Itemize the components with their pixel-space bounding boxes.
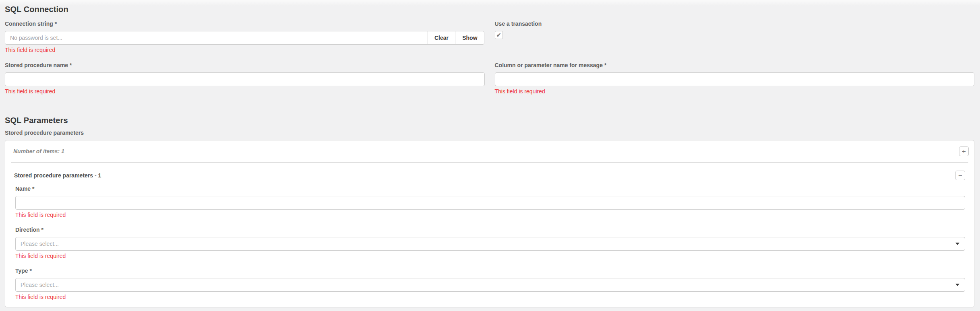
parameter-item-header: Stored procedure parameters - 1 − (9, 171, 965, 180)
parameters-collection-panel: Number of items: 1 + Stored procedure pa… (5, 140, 974, 307)
use-transaction-field: Use a transaction ✔ (495, 21, 975, 53)
parameter-name-field: Name * This field is required (15, 186, 965, 218)
parameter-type-select[interactable]: Please select... (15, 278, 965, 292)
sql-connection-row-2: Stored procedure name * This field is re… (5, 62, 974, 94)
stored-procedure-name-error: This field is required (5, 89, 485, 94)
minus-icon: − (958, 172, 962, 179)
parameter-direction-select[interactable]: Please select... (15, 237, 965, 251)
type-select-placeholder: Please select... (21, 282, 59, 288)
plus-icon: + (962, 148, 966, 155)
parameter-direction-field: Direction * Please select... This field … (15, 227, 965, 259)
use-transaction-checkbox[interactable]: ✔ (495, 31, 503, 39)
chevron-down-icon (955, 284, 959, 286)
column-or-parameter-input[interactable] (495, 72, 975, 86)
add-item-button[interactable]: + (959, 146, 969, 156)
connection-string-label: Connection string * (5, 21, 485, 27)
parameter-item-fields: Name * This field is required Direction … (15, 186, 965, 300)
stored-procedure-name-field: Stored procedure name * This field is re… (5, 62, 485, 94)
connection-string-input[interactable] (5, 31, 428, 45)
use-transaction-label: Use a transaction (495, 21, 975, 27)
stored-procedure-name-input[interactable] (5, 72, 485, 86)
parameters-panel-header: Number of items: 1 + (5, 140, 974, 162)
connection-string-error: This field is required (5, 47, 485, 53)
show-button[interactable]: Show (455, 31, 484, 45)
direction-select-placeholder: Please select... (21, 241, 59, 247)
parameter-type-label: Type * (15, 268, 965, 274)
chevron-down-icon (955, 243, 959, 245)
connection-string-field: Connection string * Clear Show This fiel… (5, 21, 485, 53)
sql-connection-row-1: Connection string * Clear Show This fiel… (5, 21, 974, 53)
sql-connection-title: SQL Connection (5, 5, 974, 14)
stored-procedure-name-label: Stored procedure name * (5, 62, 485, 68)
stored-procedure-parameters-label: Stored procedure parameters (5, 130, 974, 136)
parameter-direction-error: This field is required (15, 253, 965, 259)
column-or-parameter-label: Column or parameter name for message * (495, 62, 975, 68)
parameter-name-label: Name * (15, 186, 965, 192)
parameter-type-error: This field is required (15, 294, 965, 300)
sql-parameters-title: SQL Parameters (5, 116, 974, 125)
column-or-parameter-field: Column or parameter name for message * T… (495, 62, 975, 94)
connection-string-input-group: Clear Show (5, 31, 485, 45)
form-content: SQL Connection Connection string * Clear… (0, 0, 980, 307)
parameter-name-error: This field is required (15, 212, 965, 218)
clear-button[interactable]: Clear (428, 31, 456, 45)
column-or-parameter-error: This field is required (495, 89, 975, 94)
parameter-name-input[interactable] (15, 196, 965, 210)
parameter-type-field: Type * Please select... This field is re… (15, 268, 965, 300)
checkmark-icon: ✔ (496, 32, 501, 38)
remove-item-button[interactable]: − (955, 171, 965, 180)
items-count-label: Number of items: 1 (13, 148, 64, 154)
parameter-item-1: Stored procedure parameters - 1 − Name *… (5, 163, 974, 307)
parameter-direction-label: Direction * (15, 227, 965, 233)
parameter-item-title: Stored procedure parameters - 1 (14, 173, 101, 178)
